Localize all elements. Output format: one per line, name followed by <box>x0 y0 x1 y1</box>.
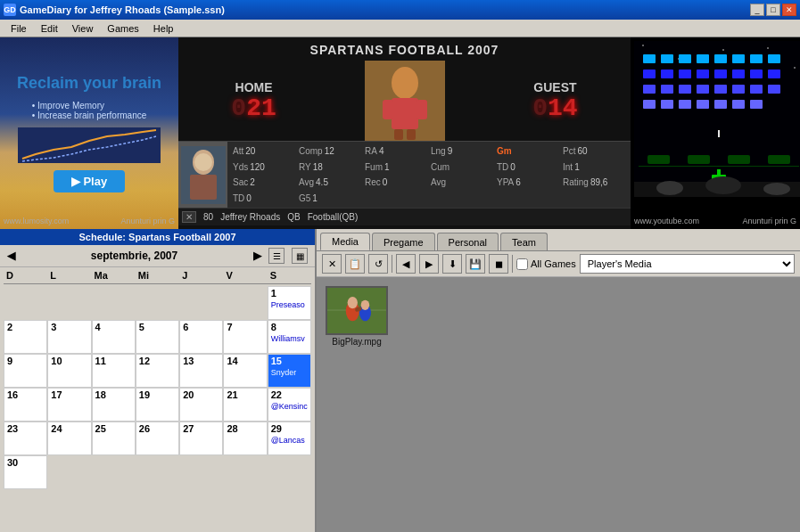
calendar-day[interactable]: 27 <box>179 422 223 455</box>
calendar-day-number: 15 <box>271 356 308 366</box>
day-header-l: L <box>47 269 91 282</box>
media-item-bigplay[interactable]: BigPlay.mpg <box>326 286 388 347</box>
all-games-checkbox-group: All Games <box>516 258 576 270</box>
calendar-day[interactable]: 10 <box>47 354 91 388</box>
close-button[interactable]: ✕ <box>782 4 796 16</box>
maximize-button[interactable]: □ <box>766 4 780 16</box>
calendar-day[interactable]: 1Preseaso <box>268 286 311 320</box>
top-section: Reclaim your brain Improve Memory Increa… <box>0 37 800 229</box>
left-ad-play-button[interactable]: ▶ Play <box>54 170 125 192</box>
svg-rect-7 <box>407 129 416 140</box>
player-media-dropdown[interactable]: Player's Media Team Media All Media <box>580 254 795 274</box>
tab-media[interactable]: Media <box>320 233 370 250</box>
stats-grid: Att20 Comp12 RA4 Lng9 Gm Pct60 Yds120 RY… <box>227 142 631 208</box>
calendar-day[interactable]: 8Williamsv <box>268 320 311 354</box>
calendar-day[interactable]: 7 <box>223 320 267 354</box>
calendar-day[interactable]: 18 <box>92 388 136 422</box>
calendar-day[interactable]: 3 <box>47 320 91 354</box>
calendar-day[interactable]: 24 <box>47 422 91 455</box>
calendar-day[interactable]: 13 <box>179 354 223 388</box>
menu-help[interactable]: Help <box>146 21 181 36</box>
calendar-day[interactable]: 6 <box>179 320 223 354</box>
calendar-day[interactable]: 29@Lancas <box>268 422 311 455</box>
calendar-day[interactable]: 17 <box>47 388 91 422</box>
toolbar-stop-button[interactable]: ◼ <box>489 254 508 274</box>
svg-rect-25 <box>768 54 780 63</box>
svg-rect-24 <box>750 54 763 63</box>
calendar-prev-button[interactable]: ◀ <box>7 250 15 262</box>
calendar-day[interactable]: 22@Kensinc <box>268 388 311 422</box>
menu-file[interactable]: File <box>4 21 34 36</box>
calendar-day[interactable]: 2 <box>4 320 47 354</box>
toolbar-refresh-button[interactable]: ↺ <box>368 254 388 274</box>
calendar-day-number: 13 <box>183 356 219 366</box>
title-bar-controls: _ □ ✕ <box>750 4 796 16</box>
tab-team[interactable]: Team <box>500 233 548 250</box>
calendar-list-view-button[interactable]: ☰ <box>268 248 285 264</box>
calendar-day <box>179 455 223 489</box>
calendar-day[interactable]: 25 <box>92 422 136 455</box>
calendar-day[interactable]: 21 <box>223 388 267 422</box>
stat-td1: TD0 <box>495 160 561 176</box>
calendar-day[interactable]: 14 <box>223 354 267 388</box>
home-label: HOME <box>231 80 276 94</box>
day-header-j: J <box>179 269 223 282</box>
calendar-day[interactable]: 20 <box>179 388 223 422</box>
calendar-grid-view-button[interactable]: ▦ <box>292 248 308 264</box>
calendar-next-button[interactable]: ▶ <box>253 250 261 262</box>
svg-rect-41 <box>768 85 780 94</box>
stat-fum: Fum1 <box>363 160 429 176</box>
player-name-bar: ✕ 80 Jeffrey Rhoads QB Football(QB) <box>178 208 631 225</box>
calendar-day[interactable]: 12 <box>136 354 179 388</box>
toolbar-copy-button[interactable]: 📋 <box>345 254 365 274</box>
center-photo <box>365 61 445 141</box>
toolbar-save-button[interactable]: 💾 <box>466 254 485 274</box>
calendar-event: Williamsv <box>271 334 305 343</box>
calendar-day-number: 8 <box>271 322 308 332</box>
calendar-day[interactable]: 16 <box>4 388 47 422</box>
calendar-day[interactable]: 23 <box>4 422 47 455</box>
calendar-day[interactable]: 26 <box>136 422 179 455</box>
svg-rect-38 <box>714 85 727 94</box>
calendar-day[interactable]: 15Snyder <box>268 354 311 388</box>
calendar-day-number: 12 <box>139 356 176 366</box>
svg-rect-33 <box>768 70 780 78</box>
player-close-button[interactable]: ✕ <box>182 211 196 223</box>
svg-point-64 <box>348 297 358 308</box>
left-ad-chart <box>18 127 161 163</box>
calendar-day[interactable]: 4 <box>92 320 136 354</box>
calendar-grid: D L Ma Mi J V S 1Preseaso2345678Williams… <box>0 267 315 532</box>
stat-cum: Cum <box>429 160 495 176</box>
stat-avg1: Avg4.5 <box>297 175 363 191</box>
menu-view[interactable]: View <box>65 21 101 36</box>
calendar-day-number: 11 <box>95 356 132 366</box>
bottom-section: Schedule: Spartans Football 2007 ◀ septe… <box>0 229 800 532</box>
calendar-day-number: 17 <box>51 389 87 400</box>
scoreboard-row: HOME 021 <box>178 61 631 141</box>
calendar-day[interactable]: 9 <box>4 354 47 388</box>
calendar-day <box>92 286 136 320</box>
calendar-day-number: 1 <box>271 288 308 299</box>
minimize-button[interactable]: _ <box>750 4 764 16</box>
toolbar-row: ✕ 📋 ↺ ◀ ▶ ⬇ 💾 ◼ All Games Player's Media… <box>317 250 800 277</box>
title-bar-text: GameDiary for Jeffrey Rhoads (Sample.ssn… <box>20 4 225 15</box>
toolbar-delete-button[interactable]: ✕ <box>322 254 342 274</box>
menu-games[interactable]: Games <box>100 21 145 36</box>
calendar-day[interactable]: 11 <box>92 354 136 388</box>
all-games-checkbox[interactable] <box>516 258 528 270</box>
calendar-nav: ◀ septembrie, 2007 ▶ ☰ ▦ <box>0 245 315 267</box>
calendar-day[interactable]: 19 <box>136 388 179 422</box>
calendar-day[interactable]: 28 <box>223 422 267 455</box>
svg-rect-45 <box>697 100 709 109</box>
stat-empty2 <box>429 191 495 207</box>
calendar-day[interactable]: 30 <box>4 455 47 489</box>
menu-edit[interactable]: Edit <box>34 21 65 36</box>
calendar-day[interactable]: 5 <box>136 320 179 354</box>
tab-pregame[interactable]: Pregame <box>372 233 435 250</box>
toolbar-next-button[interactable]: ▶ <box>419 254 439 274</box>
toolbar-down-button[interactable]: ⬇ <box>442 254 462 274</box>
tab-personal[interactable]: Personal <box>437 233 499 250</box>
stat-ra: RA4 <box>363 143 429 160</box>
toolbar-prev-button[interactable]: ◀ <box>396 254 416 274</box>
left-ad-footer-right: Anunturi prin G <box>120 217 175 225</box>
